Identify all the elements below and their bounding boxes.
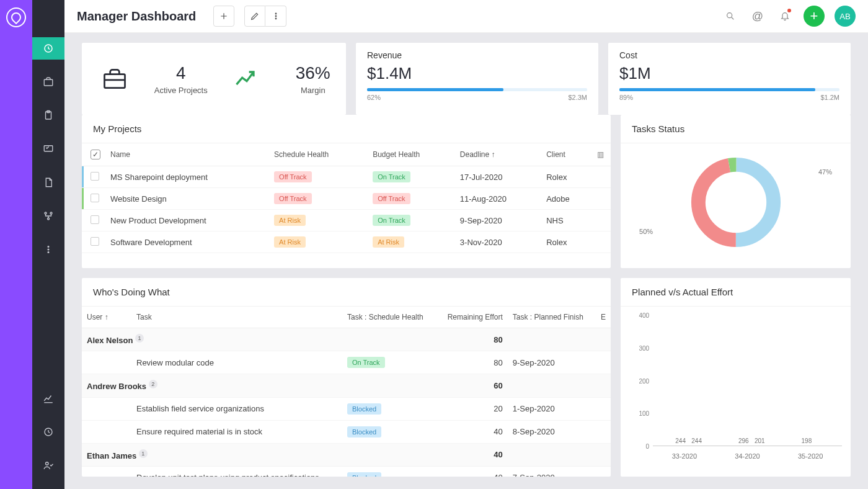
task-finish: 8-Sep-2020 (508, 420, 596, 443)
avatar[interactable]: AB (835, 6, 856, 27)
add-button[interactable] (213, 6, 234, 27)
task-schedule-pill: Blocked (347, 403, 381, 415)
brand-logo[interactable] (6, 7, 26, 27)
user-group-row[interactable]: Andrew Brooks 260 (82, 374, 611, 397)
brand-rail (0, 0, 32, 489)
task-row[interactable]: Ensure required material is in stock Blo… (82, 420, 611, 443)
task-schedule-pill: Blocked (347, 426, 381, 437)
row-checkbox[interactable] (91, 194, 99, 202)
nav-item-panel[interactable] (37, 138, 60, 160)
edit-button[interactable] (244, 6, 265, 27)
my-projects-title: My Projects (82, 115, 611, 143)
schedule-pill: At Risk (274, 236, 306, 248)
kpi-summary-card: 4 Active Projects 36% Margin (82, 43, 346, 115)
tasks-status-card: Tasks Status 50% 47% (621, 115, 851, 268)
nav-item-clipboard[interactable] (37, 104, 60, 127)
cost-pct: 89% (619, 94, 633, 101)
svg-point-13 (275, 13, 277, 14)
x-label: 33-2020 (672, 452, 697, 460)
svg-point-15 (275, 18, 277, 19)
whos-doing-what-title: Who's Doing What (82, 278, 611, 307)
table-row[interactable]: Website Design Off Track Off Track 11-Au… (82, 188, 611, 210)
effort-title: Planned v/s Actual Effort (621, 278, 851, 307)
table-row[interactable]: MS Sharepoint deployment Off Track On Tr… (82, 166, 611, 188)
page-title: Manager Dashboard (77, 9, 196, 24)
budget-pill: At Risk (373, 236, 404, 248)
svg-point-7 (48, 218, 50, 220)
row-checkbox[interactable] (91, 237, 99, 246)
kpi-cost-card: Cost $1M 89%$1.2M (608, 43, 851, 115)
project-deadline: 11-Aug-2020 (455, 188, 541, 210)
cost-title: Cost (619, 50, 839, 60)
bell-icon[interactable] (776, 7, 794, 25)
col-task-schedule[interactable]: Task : Schedule Health (342, 307, 436, 328)
col-remaining[interactable]: Remaining Effort (436, 307, 508, 328)
svg-point-8 (48, 246, 49, 248)
search-icon[interactable] (722, 7, 739, 25)
schedule-pill: At Risk (274, 215, 306, 226)
nav-item-more[interactable] (37, 238, 60, 261)
task-finish: 9-Sep-2020 (508, 351, 596, 374)
table-row[interactable]: New Product Development At Risk On Track… (82, 210, 611, 231)
row-checkbox[interactable] (91, 215, 99, 224)
donut-label-50: 50% (639, 228, 653, 235)
project-deadline: 3-Nov-2020 (455, 231, 541, 253)
project-name: MS Sharepoint deployment (105, 166, 269, 188)
nav-item-analytics[interactable] (37, 387, 60, 410)
task-finish: 1-Sep-2020 (508, 397, 596, 420)
nav-item-branch[interactable] (37, 205, 60, 227)
projects-table: ✓ Name Schedule Health Budget Health Dea… (82, 143, 611, 253)
global-add-button[interactable]: + (804, 6, 825, 27)
svg-point-10 (48, 252, 49, 253)
nav-item-user-check[interactable] (37, 454, 60, 477)
col-name[interactable]: Name (105, 143, 269, 166)
task-row[interactable]: Develop unit test plans using product sp… (82, 466, 611, 477)
col-schedule[interactable]: Schedule Health (269, 143, 368, 166)
svg-point-9 (48, 249, 49, 250)
task-remaining: 80 (436, 351, 508, 374)
whos-doing-what-card: Who's Doing What User ↑ Task Task : Sche… (82, 278, 611, 477)
revenue-target: $2.3M (568, 94, 587, 101)
task-remaining: 20 (436, 397, 508, 420)
task-schedule-pill: Blocked (347, 472, 381, 477)
table-row[interactable]: Software Development At Risk At Risk 3-N… (82, 231, 611, 253)
task-name: Establish field service organizations (131, 397, 342, 420)
project-name: New Product Development (105, 210, 269, 231)
col-budget[interactable]: Budget Health (368, 143, 455, 166)
columns-icon[interactable]: ▥ (597, 150, 604, 159)
x-label: 34-2020 (735, 452, 760, 460)
budget-pill: On Track (373, 171, 410, 182)
revenue-progress (367, 88, 587, 91)
active-projects-label: Active Projects (154, 86, 208, 95)
col-finish[interactable]: Task : Planned Finish (508, 307, 596, 328)
user-group-row[interactable]: Alex Nelson 180 (82, 328, 611, 351)
user-group-row[interactable]: Ethan James 140 (82, 443, 611, 466)
task-row[interactable]: Review modular code On Track 80 9-Sep-20… (82, 351, 611, 374)
who-table: User ↑ Task Task : Schedule Health Remai… (82, 307, 611, 477)
active-projects-value: 4 (176, 63, 186, 83)
task-row[interactable]: Establish field service organizations Bl… (82, 397, 611, 420)
nav-item-dashboard[interactable] (32, 37, 64, 60)
svg-rect-17 (105, 74, 125, 88)
row-checkbox[interactable] (91, 172, 99, 181)
task-name: Review modular code (131, 351, 342, 374)
project-deadline: 17-Jul-2020 (455, 166, 541, 188)
project-client: Rolex (541, 166, 592, 188)
more-button[interactable] (265, 6, 286, 27)
col-client[interactable]: Client (541, 143, 592, 166)
task-finish: 7-Sep-2020 (508, 466, 596, 477)
nav-item-clock[interactable] (37, 421, 60, 443)
select-all-checkbox[interactable]: ✓ (91, 150, 100, 159)
col-deadline[interactable]: Deadline ↑ (455, 143, 541, 166)
task-name: Ensure required material is in stock (131, 420, 342, 443)
col-user[interactable]: User ↑ (82, 307, 131, 328)
nav-item-document[interactable] (37, 171, 60, 194)
nav-item-briefcase[interactable] (37, 71, 60, 93)
project-client: NHS (541, 210, 592, 231)
mention-icon[interactable]: @ (749, 7, 766, 25)
donut-label-47: 47% (818, 168, 832, 176)
project-client: Adobe (541, 188, 592, 210)
cost-target: $1.2M (820, 94, 839, 101)
col-task[interactable]: Task (131, 307, 342, 328)
col-extra[interactable]: E (596, 307, 611, 328)
